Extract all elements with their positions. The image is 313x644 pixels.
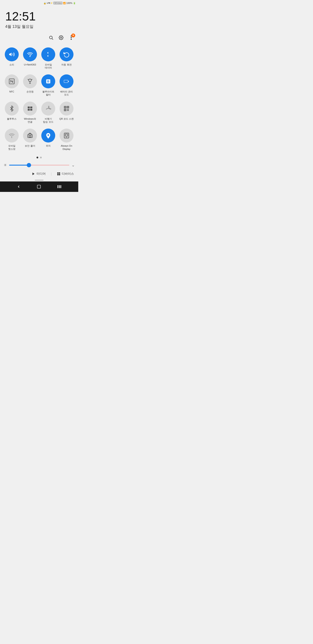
- tile-rotate[interactable]: 자동 회전: [57, 45, 76, 72]
- tile-label-sound: 소리: [9, 63, 14, 66]
- tile-circle-torch: [23, 74, 37, 88]
- brightness-row[interactable]: ☀ ⌄: [0, 160, 78, 170]
- tile-data[interactable]: 모바일 데이터: [39, 45, 57, 72]
- tile-battery[interactable]: 배터리 관리 모드: [57, 72, 76, 99]
- tile-label-qr: QR 코드 스캔: [59, 117, 74, 120]
- svg-point-5: [71, 39, 72, 40]
- battery-percent: 100%: [66, 2, 72, 4]
- home-indicator: [0, 178, 78, 182]
- svg-line-12: [31, 79, 32, 80]
- media-label: 미디어: [36, 172, 46, 176]
- sim-icon: 🔒: [43, 2, 46, 4]
- tile-label-battery: 배터리 관리 모드: [60, 90, 73, 96]
- recents-button[interactable]: [57, 184, 61, 189]
- divider: |: [51, 172, 52, 176]
- tile-label-aod: Always On Display: [61, 144, 72, 150]
- tile-circle-rotate: [59, 48, 73, 61]
- back-button[interactable]: [17, 185, 21, 189]
- tile-label-bluelight: 블루라이트 필터: [42, 90, 54, 96]
- tile-bluelight[interactable]: B블루라이트 필터: [39, 72, 57, 99]
- dot-1: [36, 157, 38, 158]
- tile-hotspot[interactable]: 모바일 핫스팟: [2, 126, 21, 153]
- battery-icon: 🔋: [73, 2, 76, 4]
- home-pill: [35, 180, 43, 180]
- hd-voice-icon: HDVoice: [53, 2, 62, 4]
- tile-circle-sound: [5, 48, 19, 61]
- tile-aod[interactable]: Always On Display: [57, 126, 76, 153]
- home-button[interactable]: [37, 184, 41, 189]
- svg-point-17: [65, 81, 66, 82]
- svg-rect-44: [37, 185, 41, 188]
- tile-circle-bluelight: B: [41, 74, 55, 88]
- lte-icon: LTE⚡: [47, 2, 53, 4]
- tile-circle-hotspot: [5, 128, 19, 142]
- search-button[interactable]: [48, 35, 54, 40]
- svg-rect-16: [68, 81, 69, 82]
- tile-label-torch: 손전등: [26, 90, 34, 93]
- svg-rect-21: [30, 109, 32, 110]
- svg-rect-25: [68, 107, 68, 108]
- svg-text:B: B: [47, 80, 49, 83]
- svg-line-11: [28, 79, 29, 80]
- tile-label-bluetooth: 블루투스: [7, 117, 16, 120]
- svg-rect-19: [30, 106, 32, 108]
- svg-marker-6: [9, 52, 11, 56]
- svg-point-0: [49, 36, 52, 39]
- tile-circle-data: [41, 48, 55, 61]
- tile-label-rotate: 자동 회전: [61, 63, 71, 66]
- tile-circle-bluetooth: [5, 102, 19, 116]
- signal-icon: 📶: [63, 2, 66, 4]
- tile-torch[interactable]: 손전등: [21, 72, 39, 99]
- tile-qr[interactable]: QR 코드 스캔: [57, 99, 76, 126]
- svg-rect-28: [67, 109, 68, 110]
- tile-label-location: 위치: [46, 144, 51, 147]
- clock-section: 12:51 4월 13일 월요일: [0, 5, 78, 31]
- tile-location[interactable]: 위치: [39, 126, 57, 153]
- notification-badge: N: [71, 34, 75, 38]
- tile-circle-airplane: [41, 102, 55, 116]
- clock-date: 4월 13일 월요일: [5, 24, 73, 29]
- tile-label-hotspot: 모바일 핫스팟: [8, 144, 15, 150]
- device-label: 디바이스: [62, 172, 74, 176]
- status-bar: 🔒 LTE⚡ HDVoice 📶 100% 🔋: [0, 0, 78, 5]
- brightness-expand-icon[interactable]: ⌄: [71, 163, 75, 168]
- brightness-slider[interactable]: [9, 165, 69, 166]
- tile-circle-windows: [23, 102, 37, 116]
- clock-time: 12:51: [5, 10, 73, 23]
- tile-wifi[interactable]: U+Net4363: [21, 45, 39, 72]
- tile-sound[interactable]: 소리: [2, 45, 21, 72]
- svg-point-4: [71, 37, 72, 38]
- svg-rect-36: [64, 133, 69, 138]
- quick-tiles-grid: 소리U+Net4363모바일 데이터자동 회전NFC손전등B블루라이트 필터배터…: [0, 43, 78, 155]
- tile-label-airplane: 비행기 탑승 모드: [43, 117, 53, 124]
- device-button[interactable]: 디바이스: [57, 172, 74, 176]
- pagination-dots: [0, 155, 78, 160]
- more-button[interactable]: N: [68, 35, 74, 40]
- svg-rect-29: [68, 109, 69, 110]
- media-button[interactable]: 미디어: [32, 172, 46, 176]
- toolbar: N: [0, 31, 78, 43]
- svg-rect-41: [59, 172, 60, 174]
- svg-rect-30: [67, 110, 68, 111]
- tile-bluetooth[interactable]: 블루투스: [2, 99, 21, 126]
- tile-label-wifi: U+Net4363: [24, 63, 36, 66]
- svg-rect-27: [65, 110, 66, 110]
- svg-rect-18: [28, 106, 30, 108]
- settings-button[interactable]: [58, 35, 64, 40]
- svg-rect-31: [68, 110, 69, 111]
- tile-windows[interactable]: Windows와 연결: [21, 99, 39, 126]
- brightness-thumb: [27, 163, 31, 167]
- tile-nfc[interactable]: NFC: [2, 72, 21, 99]
- media-device-row: 미디어 | 디바이스: [0, 170, 78, 178]
- svg-rect-34: [29, 136, 31, 137]
- tile-label-nfc: NFC: [9, 90, 14, 93]
- tile-circle-wifi: [23, 48, 37, 61]
- svg-rect-20: [28, 109, 30, 110]
- dot-2: [40, 157, 42, 158]
- svg-rect-45: [58, 185, 58, 188]
- svg-marker-39: [33, 172, 34, 175]
- nav-bar: [0, 182, 78, 192]
- tile-securefolder[interactable]: 보안 폴더: [21, 126, 39, 153]
- tile-circle-qr: [59, 102, 73, 116]
- tile-airplane[interactable]: 비행기 탑승 모드: [39, 99, 57, 126]
